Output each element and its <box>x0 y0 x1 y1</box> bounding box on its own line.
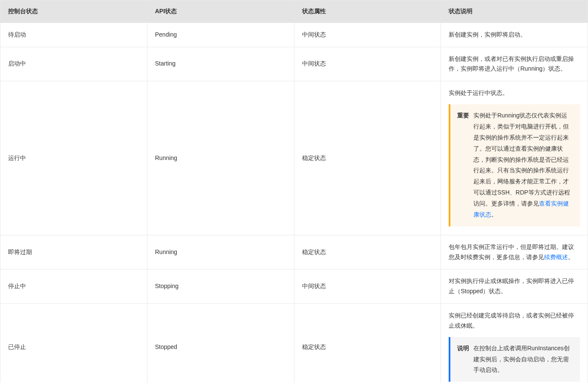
cell-status-attr: 中间状态 <box>294 23 441 47</box>
cell-console-status: 停止中 <box>0 269 147 304</box>
cell-api-status: Stopped <box>147 304 294 383</box>
header-status-attr: 状态属性 <box>294 0 441 23</box>
status-table: 控制台状态 API状态 状态属性 状态说明 待启动 Pending 中间状态 新… <box>0 0 588 383</box>
header-console-status: 控制台状态 <box>0 0 147 23</box>
header-status-desc: 状态说明 <box>441 0 588 23</box>
desc-text: 新创建实例，实例即将启动。 <box>449 31 526 38</box>
desc-text: 新创建实例，或者对已有实例执行启动或重启操作，实例即将进入运行中（Running… <box>449 55 574 72</box>
cell-console-status: 待启动 <box>0 23 147 47</box>
callout-body-pre: 实例处于Running状态仅代表实例运行起来，类似于对电脑进行开机，但是实例的操… <box>473 112 570 207</box>
cell-status-desc: 新创建实例，或者对已有实例执行启动或重启操作，实例即将进入运行中（Running… <box>441 47 588 81</box>
table-header-row: 控制台状态 API状态 状态属性 状态说明 <box>0 0 588 23</box>
cell-status-attr: 稳定状态 <box>294 81 441 235</box>
cell-status-desc: 对实例执行停止或休眠操作，实例即将进入已停止（Stopped）状态。 <box>441 269 588 304</box>
callout-important: 重要 实例处于Running状态仅代表实例运行起来，类似于对电脑进行开机，但是实… <box>449 104 580 226</box>
table-row: 启动中 Starting 中间状态 新创建实例，或者对已有实例执行启动或重启操作… <box>0 47 588 81</box>
cell-console-status: 已停止 <box>0 304 147 383</box>
cell-status-attr: 稳定状态 <box>294 235 441 269</box>
callout-body-post: 。 <box>491 211 497 218</box>
header-api-status: API状态 <box>147 0 294 23</box>
cell-status-attr: 中间状态 <box>294 47 441 81</box>
callout-body: 实例处于Running状态仅代表实例运行起来，类似于对电脑进行开机，但是实例的操… <box>473 110 573 220</box>
table-row: 已停止 Stopped 稳定状态 实例已经创建完成等待启动，或者实例已经被停止或… <box>0 304 588 383</box>
callout-label: 说明 <box>457 343 469 376</box>
callout-label: 重要 <box>457 110 469 220</box>
table-row: 即将过期 Running 稳定状态 包年包月实例正常运行中，但是即将过期。建议您… <box>0 235 588 269</box>
table-row: 运行中 Running 稳定状态 实例处于运行中状态。 重要 实例处于Runni… <box>0 81 588 235</box>
cell-status-desc: 实例处于运行中状态。 重要 实例处于Running状态仅代表实例运行起来，类似于… <box>441 81 588 235</box>
desc-text-post: 。 <box>568 254 574 260</box>
cell-status-desc: 新创建实例，实例即将启动。 <box>441 23 588 47</box>
cell-api-status: Stopping <box>147 269 294 304</box>
cell-status-desc: 包年包月实例正常运行中，但是即将过期。建议您及时续费实例，更多信息，请参见续费概… <box>441 235 588 269</box>
cell-status-attr: 中间状态 <box>294 269 441 304</box>
desc-text: 实例处于运行中状态。 <box>449 88 580 98</box>
cell-api-status: Running <box>147 81 294 235</box>
table-row: 待启动 Pending 中间状态 新创建实例，实例即将启动。 <box>0 23 588 47</box>
cell-api-status: Running <box>147 235 294 269</box>
callout-body: 在控制台上或者调用RunInstances创建实例后，实例会自动启动，您无需手动… <box>473 343 573 376</box>
table-row: 停止中 Stopping 中间状态 对实例执行停止或休眠操作，实例即将进入已停止… <box>0 269 588 304</box>
cell-api-status: Starting <box>147 47 294 81</box>
link-renewal-overview[interactable]: 续费概述 <box>544 254 568 260</box>
cell-console-status: 即将过期 <box>0 235 147 269</box>
cell-console-status: 运行中 <box>0 81 147 235</box>
cell-api-status: Pending <box>147 23 294 47</box>
cell-console-status: 启动中 <box>0 47 147 81</box>
desc-text: 实例已经创建完成等待启动，或者实例已经被停止或休眠。 <box>449 311 580 331</box>
desc-text: 对实例执行停止或休眠操作，实例即将进入已停止（Stopped）状态。 <box>449 277 574 294</box>
cell-status-desc: 实例已经创建完成等待启动，或者实例已经被停止或休眠。 说明 在控制台上或者调用R… <box>441 304 588 383</box>
cell-status-attr: 稳定状态 <box>294 304 441 383</box>
callout-note: 说明 在控制台上或者调用RunInstances创建实例后，实例会自动启动，您无… <box>449 337 580 382</box>
